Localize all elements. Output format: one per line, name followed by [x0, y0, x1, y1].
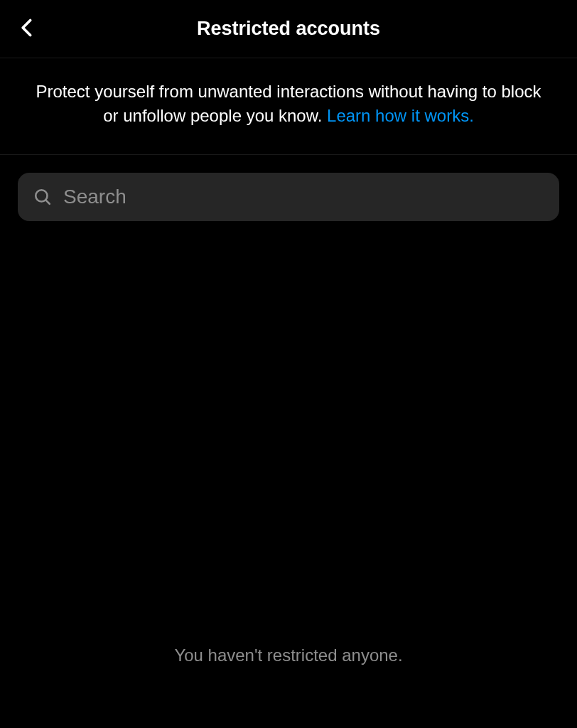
search-container[interactable] — [18, 173, 559, 221]
header: Restricted accounts — [0, 0, 577, 58]
page-title: Restricted accounts — [197, 18, 380, 40]
search-input[interactable] — [63, 186, 544, 208]
back-button[interactable] — [13, 15, 41, 43]
empty-state-message: You haven't restricted anyone. — [0, 646, 577, 665]
search-section — [0, 155, 577, 221]
svg-line-1 — [45, 200, 49, 204]
description-text: Protect yourself from unwanted interacti… — [36, 80, 541, 127]
search-icon — [33, 188, 52, 206]
empty-state: You haven't restricted anyone. — [0, 646, 577, 665]
description-section: Protect yourself from unwanted interacti… — [0, 58, 577, 155]
learn-how-link[interactable]: Learn how it works. — [327, 106, 474, 125]
chevron-left-icon — [17, 15, 37, 43]
